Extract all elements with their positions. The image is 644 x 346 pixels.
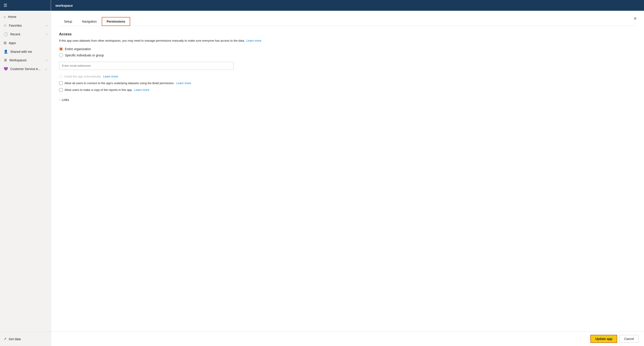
- sidebar: ☰ ⌂ Home ☆ Favorites › 🕐 Recent › ⊞ Apps…: [0, 0, 51, 346]
- bottom-bar: Update app Cancel: [51, 331, 644, 346]
- auto-install-checkbox[interactable]: [59, 75, 62, 78]
- entire-org-label: Entire organization: [65, 47, 91, 51]
- checkbox-auto-install[interactable]: Install this app automatically. Learn mo…: [59, 75, 636, 78]
- tabs-bar: Setup Navigation Permissions: [59, 17, 636, 26]
- top-bar: workspace: [51, 0, 644, 11]
- access-learn-more-link[interactable]: Learn more: [246, 39, 261, 42]
- chevron-right-icon: ›: [46, 33, 47, 36]
- sidebar-item-shared[interactable]: 👤 Shared with me: [0, 47, 51, 56]
- links-section[interactable]: › Links: [59, 98, 636, 102]
- sidebar-item-customer[interactable]: 💜 Customer Service A... ⌄: [0, 65, 51, 73]
- build-permission-learn-more[interactable]: Learn more: [176, 82, 191, 85]
- workspace-icon: 💜: [4, 67, 8, 71]
- copy-reports-checkbox[interactable]: [59, 88, 62, 92]
- favorites-icon: ☆: [4, 23, 7, 28]
- copy-reports-label: Allow users to make a copy of the report…: [64, 88, 132, 92]
- page-title: workspace: [56, 4, 73, 8]
- update-app-button[interactable]: Update app: [590, 335, 617, 343]
- sidebar-item-apps[interactable]: ⊞ Apps: [0, 39, 51, 47]
- sidebar-item-label: Favorites: [9, 24, 22, 27]
- recent-icon: 🕐: [4, 32, 8, 36]
- build-permission-checkbox[interactable]: [59, 82, 62, 85]
- access-radio-group: Entire organization Specific individuals…: [59, 47, 636, 57]
- email-input[interactable]: [59, 62, 234, 70]
- access-title: Access: [59, 32, 636, 36]
- access-description: If this app uses datasets from other wor…: [59, 39, 636, 43]
- cancel-button[interactable]: Cancel: [620, 335, 639, 343]
- main-panel: workspace ✕ Setup Navigation Permissions…: [51, 0, 644, 346]
- sidebar-item-label: Home: [8, 15, 16, 19]
- sidebar-item-label: Shared with me: [10, 50, 32, 54]
- copy-reports-learn-more[interactable]: Learn more: [134, 88, 149, 92]
- sidebar-item-favorites[interactable]: ☆ Favorites ›: [0, 21, 51, 30]
- radio-specific[interactable]: Specific individuals or group: [59, 53, 636, 57]
- entire-org-radio[interactable]: [59, 47, 63, 51]
- sidebar-item-label: Workspaces: [10, 58, 26, 62]
- chevron-right-icon: ›: [59, 98, 60, 101]
- sidebar-item-label: Apps: [9, 41, 16, 45]
- sidebar-item-label: Get data: [9, 337, 21, 341]
- sidebar-item-label: Customer Service A...: [10, 67, 40, 71]
- sidebar-item-workspaces[interactable]: 🖥 Workspaces ›: [0, 56, 51, 65]
- chevron-right-icon: ›: [46, 59, 47, 62]
- checkbox-group: Install this app automatically. Learn mo…: [59, 75, 636, 92]
- shared-icon: 👤: [4, 50, 8, 54]
- specific-radio[interactable]: [59, 53, 63, 57]
- checkbox-build-permission[interactable]: Allow all users to connect to the app's …: [59, 82, 636, 85]
- sidebar-item-label: Recent: [10, 33, 20, 36]
- sidebar-item-recent[interactable]: 🕐 Recent ›: [0, 30, 51, 39]
- hamburger-icon[interactable]: ☰: [4, 3, 7, 8]
- content-area: ✕ Setup Navigation Permissions Access If…: [51, 11, 644, 331]
- tab-setup[interactable]: Setup: [59, 17, 77, 26]
- build-permission-label: Allow all users to connect to the app's …: [64, 82, 174, 85]
- chevron-right-icon: ›: [46, 24, 47, 27]
- chevron-down-icon: ⌄: [45, 67, 47, 71]
- close-button[interactable]: ✕: [632, 15, 639, 22]
- links-label: Links: [62, 98, 69, 102]
- sidebar-item-get-data[interactable]: ↗ Get data: [4, 334, 47, 343]
- tab-navigation[interactable]: Navigation: [77, 17, 102, 26]
- apps-icon: ⊞: [4, 41, 6, 45]
- access-section: Access If this app uses datasets from ot…: [59, 32, 636, 102]
- get-data-icon: ↗: [4, 337, 6, 341]
- home-icon: ⌂: [4, 15, 6, 19]
- workspaces-icon: 🖥: [4, 58, 7, 62]
- auto-install-label: Install this app automatically.: [64, 75, 101, 78]
- specific-label: Specific individuals or group: [65, 54, 104, 57]
- sidebar-item-home[interactable]: ⌂ Home: [0, 13, 51, 21]
- radio-entire-org[interactable]: Entire organization: [59, 47, 636, 51]
- sidebar-bottom: ↗ Get data: [0, 332, 51, 346]
- tab-permissions[interactable]: Permissions: [102, 17, 130, 26]
- auto-install-learn-more[interactable]: Learn more: [103, 75, 118, 78]
- checkbox-copy-reports[interactable]: Allow users to make a copy of the report…: [59, 88, 636, 92]
- sidebar-header: ☰: [0, 0, 51, 11]
- sidebar-nav: ⌂ Home ☆ Favorites › 🕐 Recent › ⊞ Apps 👤…: [0, 11, 51, 332]
